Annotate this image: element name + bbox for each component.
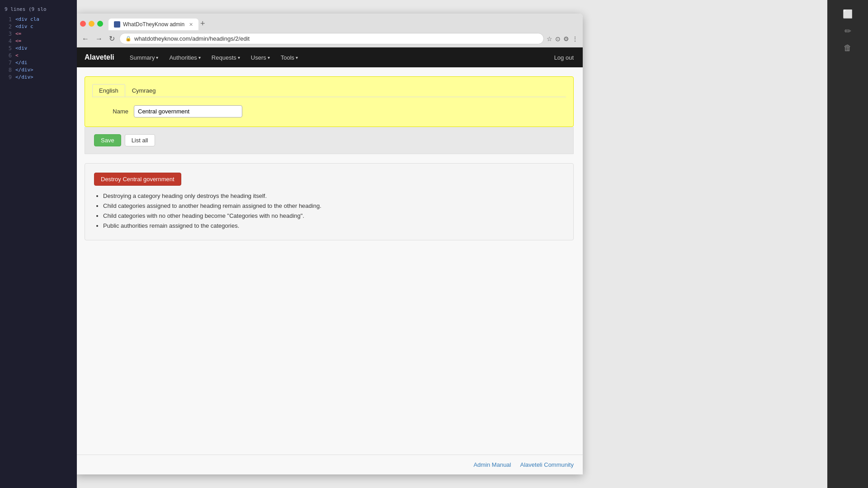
lang-tab-english[interactable]: English [92,84,125,97]
refresh-button[interactable]: ↻ [107,33,117,44]
back-button[interactable]: ← [80,34,91,44]
save-button[interactable]: Save [94,134,121,146]
right-panel: ⬜ ✏ 🗑 [827,0,868,488]
forward-button[interactable]: → [94,34,104,44]
tools-caret-icon: ▾ [296,55,298,60]
tab-title: WhatDoTheyKnow admin [123,21,184,28]
code-line-8: 8 </div> [0,66,77,74]
browser-nav: ← → ↻ 🔒 whatdotheyknow.com/admin/heading… [75,30,583,47]
code-line-2: 2 <div c [0,23,77,30]
summary-caret-icon: ▾ [156,55,158,60]
history-icon[interactable]: ⊙ [555,35,561,42]
community-link[interactable]: Alaveteli Community [520,461,574,468]
nav-tools[interactable]: Tools ▾ [276,52,302,64]
address-text: whatdotheyknow.com/admin/headings/2/edit [134,35,250,42]
browser-action-icons: ☆ ⊙ ⚙ ⋮ [547,35,578,42]
destroy-note-2: Child categories assigned to another hea… [103,201,564,211]
monitor-icon[interactable]: ⬜ [843,9,853,19]
address-bar[interactable]: 🔒 whatdotheyknow.com/admin/headings/2/ed… [119,33,544,44]
name-input[interactable] [134,105,242,117]
maximize-button[interactable] [97,21,103,27]
ssl-icon: 🔒 [125,36,132,42]
edit-icon[interactable]: ✏ [844,26,851,36]
app-brand-link[interactable]: Alaveteli [85,53,114,61]
browser-chrome: WhatDoTheyKnow admin ✕ + ← → ↻ 🔒 whatdot… [75,14,583,47]
browser-window: WhatDoTheyKnow admin ✕ + ← → ↻ 🔒 whatdot… [75,14,583,474]
tab-close-button[interactable]: ✕ [189,22,193,28]
code-line-6: 6 < [0,52,77,59]
nav-summary[interactable]: Summary ▾ [125,52,163,64]
edit-form-section: English Cymraeg Name [85,76,574,127]
admin-manual-link[interactable]: Admin Manual [473,461,511,468]
requests-caret-icon: ▾ [238,55,240,60]
tab-bar: WhatDoTheyKnow admin ✕ + [108,17,578,30]
code-line-9: 9 </div> [0,74,77,81]
destroy-note-4: Public authorities remain assigned to th… [103,221,564,231]
extensions-icon[interactable]: ⚙ [563,35,569,42]
traffic-lights [80,21,103,27]
close-button[interactable] [80,21,86,27]
language-tabs: English Cymraeg [92,84,566,97]
code-panel-header: 9 lines (9 slo [0,5,77,16]
code-line-1: 1 <div cla [0,16,77,23]
nav-items: Summary ▾ Authorities ▾ Requests ▾ Users… [125,52,554,64]
code-line-7: 7 </di [0,59,77,66]
app-navigation: Alaveteli Summary ▾ Authorities ▾ Reques… [75,47,583,67]
nav-authorities[interactable]: Authorities ▾ [165,52,205,64]
nav-requests[interactable]: Requests ▾ [207,52,245,64]
os-desktop: 9 lines (9 slo 1 <div cla 2 <div c 3 <= … [0,0,868,488]
code-line-3: 3 <= [0,30,77,38]
destroy-button[interactable]: Destroy Central government [94,173,181,186]
title-bar: WhatDoTheyKnow admin ✕ + [75,14,583,30]
destroy-section: Destroy Central government Destroying a … [85,163,574,240]
authorities-caret-icon: ▾ [198,55,201,60]
new-tab-button[interactable]: + [198,17,207,30]
name-form-group: Name [92,103,566,119]
form-actions: Save List all [85,127,574,154]
logout-link[interactable]: Log out [554,54,574,61]
page-footer: Admin Manual Alaveteli Community [75,455,583,474]
code-line-4: 4 <= [0,38,77,45]
destroy-notes-list: Destroying a category heading only destr… [94,191,564,231]
active-tab[interactable]: WhatDoTheyKnow admin ✕ [108,19,198,30]
code-editor-panel: 9 lines (9 slo 1 <div cla 2 <div c 3 <= … [0,0,77,488]
code-line-5: 5 <div [0,45,77,52]
name-label: Name [92,108,128,115]
menu-icon[interactable]: ⋮ [572,35,578,42]
lang-tab-cymraeg[interactable]: Cymraeg [125,84,163,97]
trash-icon[interactable]: 🗑 [844,43,852,53]
tab-favicon [114,21,120,28]
list-all-button[interactable]: List all [125,134,155,146]
bookmark-icon[interactable]: ☆ [547,35,552,42]
minimize-button[interactable] [89,21,94,27]
users-caret-icon: ▾ [268,55,270,60]
destroy-note-3: Child categories with no other heading b… [103,211,564,221]
destroy-note-1: Destroying a category heading only destr… [103,191,564,201]
page-content: English Cymraeg Name Save List all Destr… [75,67,583,455]
nav-users[interactable]: Users ▾ [246,52,274,64]
